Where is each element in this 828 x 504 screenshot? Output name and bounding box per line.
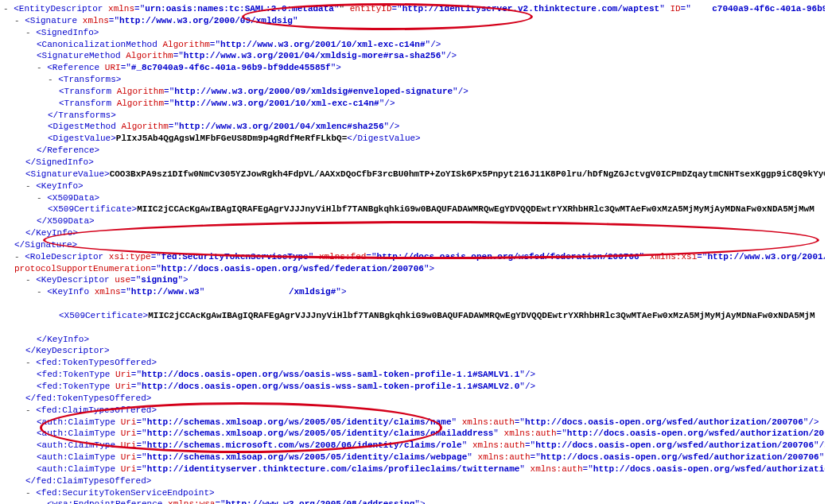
xml-document: - <EntityDescriptor xmlns="urn:oasis:nam… bbox=[3, 3, 825, 504]
